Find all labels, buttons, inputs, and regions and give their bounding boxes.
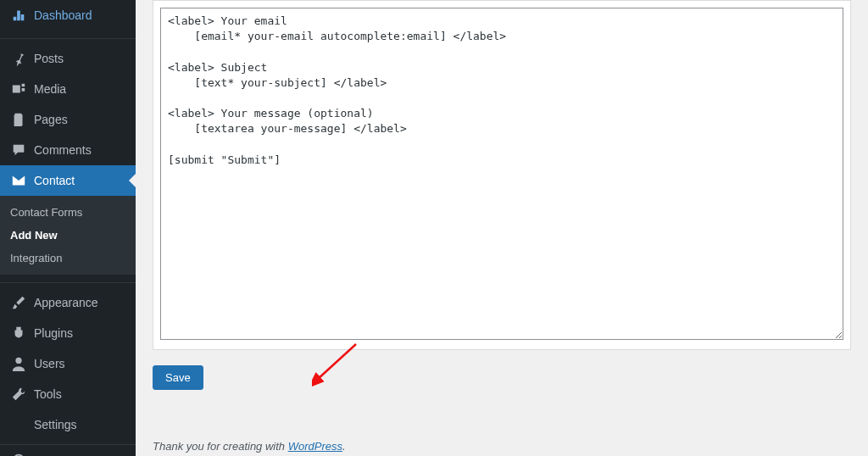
sidebar-item-label: Users [34,357,65,370]
media-icon [10,81,27,97]
sidebar-item-posts[interactable]: Posts [0,43,136,74]
save-button[interactable]: Save [153,365,203,390]
sidebar-item-label: Comments [34,143,92,157]
pin-icon [10,50,27,67]
sidebar-item-label: Contact [34,174,75,187]
footer-prefix: Thank you for creating with [153,440,288,453]
sidebar-item-settings[interactable]: Settings [0,409,136,440]
sidebar-collapse-menu[interactable]: Collapse menu [0,444,136,456]
sidebar-item-tools[interactable]: Tools [0,379,136,409]
sidebar-submenu-contact: Contact Forms Add New Integration [0,196,136,275]
sidebar-item-label: Appearance [34,296,98,309]
envelope-icon [10,172,27,189]
sidebar-item-label: Settings [34,418,77,431]
sidebar-item-users[interactable]: Users [0,348,136,379]
comments-icon [10,142,27,158]
sidebar-item-label: Media [34,82,66,96]
submenu-integration[interactable]: Integration [0,247,136,270]
sidebar-item-contact[interactable]: Contact [0,165,136,196]
submenu-contact-forms[interactable]: Contact Forms [0,201,136,224]
sidebar-item-media[interactable]: Media [0,74,136,104]
sidebar-item-appearance[interactable]: Appearance [0,287,136,318]
sidebar-item-label: Posts [34,52,64,65]
form-template-textarea[interactable] [160,8,843,340]
main-content: Save Thank you for creating with WordPre… [136,0,868,456]
menu-separator [0,279,136,283]
footer-wordpress-link[interactable]: WordPress [288,440,342,453]
collapse-icon [10,452,27,456]
svg-point-0 [15,358,21,364]
sidebar-item-label: Dashboard [34,8,92,22]
sidebar-item-label: Pages [34,113,68,126]
sidebar-item-comments[interactable]: Comments [0,135,136,165]
sliders-icon [10,416,27,433]
user-icon [10,355,27,372]
wrench-icon [10,386,27,403]
plug-icon [10,325,27,342]
save-row: Save [153,365,851,390]
menu-separator [0,35,136,39]
footer-credit: Thank you for creating with WordPress. [153,440,346,453]
pages-icon [10,111,27,128]
sidebar-item-plugins[interactable]: Plugins [0,318,136,348]
footer-suffix: . [342,440,346,453]
form-editor-panel [153,0,851,350]
brush-icon [10,294,27,311]
sidebar-item-label: Tools [34,387,62,401]
sidebar-item-dashboard[interactable]: Dashboard [0,0,136,31]
submenu-add-new[interactable]: Add New [0,224,136,247]
dashboard-icon [10,7,27,24]
sidebar-item-label: Plugins [34,326,73,340]
admin-sidebar: Dashboard Posts Media Pages Commen [0,0,136,456]
sidebar-item-pages[interactable]: Pages [0,104,136,135]
